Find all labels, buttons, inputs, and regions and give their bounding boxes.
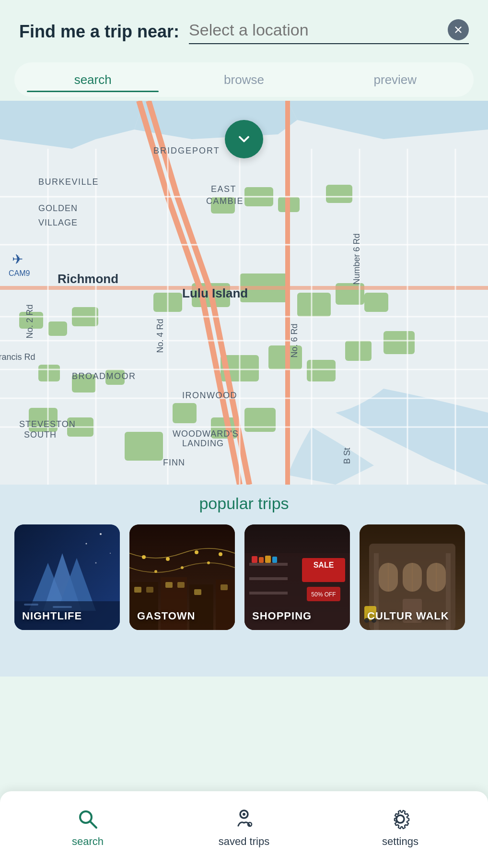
tabs-bar: search browse preview: [14, 62, 474, 97]
svg-text:Richmond: Richmond: [58, 272, 118, 286]
clear-button[interactable]: [448, 19, 469, 40]
svg-text:BURKEVILLE: BURKEVILLE: [38, 177, 99, 187]
svg-point-75: [100, 533, 102, 535]
svg-text:BROADMOOR: BROADMOOR: [72, 371, 136, 381]
nav-label-search: search: [72, 835, 104, 848]
settings-icon: [388, 807, 413, 832]
svg-line-125: [90, 821, 96, 828]
svg-rect-92: [146, 587, 153, 593]
svg-rect-95: [194, 589, 201, 595]
svg-text:VILLAGE: VILLAGE: [38, 218, 78, 227]
svg-rect-29: [326, 185, 352, 203]
svg-rect-19: [383, 331, 415, 354]
svg-rect-104: [265, 556, 271, 563]
saved-trips-icon: [232, 807, 256, 832]
tab-search[interactable]: search: [17, 65, 168, 94]
svg-text:B St: B St: [342, 448, 352, 464]
tab-browse[interactable]: browse: [168, 65, 319, 94]
svg-rect-12: [38, 365, 60, 381]
svg-rect-22: [125, 432, 163, 461]
svg-point-127: [243, 813, 245, 816]
trip-card-gastown[interactable]: GASTOWN: [129, 524, 235, 630]
svg-text:No. 2 Rd: No. 2 Rd: [25, 304, 35, 338]
svg-rect-6: [297, 293, 331, 317]
svg-point-86: [207, 561, 210, 564]
svg-rect-23: [173, 403, 197, 423]
svg-text:SOUTH: SOUTH: [24, 430, 57, 440]
svg-text:IRONWOOD: IRONWOOD: [182, 391, 237, 400]
svg-point-81: [166, 557, 170, 561]
svg-rect-91: [134, 587, 141, 593]
svg-point-76: [86, 543, 87, 545]
svg-point-82: [195, 550, 198, 554]
svg-point-129: [396, 815, 404, 823]
trip-card-shopping[interactable]: SALE 50% OFF SHOPPING: [244, 524, 350, 630]
svg-rect-8: [364, 293, 388, 312]
svg-text:No. 6 Rd: No. 6 Rd: [290, 323, 299, 357]
page-title: Find me a trip near:: [19, 22, 179, 42]
svg-rect-94: [177, 582, 185, 588]
svg-rect-87: [129, 582, 158, 630]
svg-point-85: [181, 566, 184, 569]
svg-rect-10: [48, 321, 67, 336]
svg-rect-96: [221, 584, 228, 590]
header: Find me a trip near:: [0, 0, 488, 54]
svg-point-78: [95, 562, 97, 564]
svg-text:EAST: EAST: [211, 184, 236, 194]
svg-rect-93: [165, 582, 173, 588]
svg-text:LANDING: LANDING: [182, 439, 224, 448]
svg-text:Francis Rd: Francis Rd: [0, 352, 35, 362]
nav-item-settings[interactable]: settings: [322, 807, 478, 848]
svg-rect-101: [249, 592, 288, 595]
svg-text:CAM9: CAM9: [9, 269, 30, 277]
popular-section: popular trips: [0, 485, 488, 630]
nav-label-saved-trips: saved trips: [219, 835, 269, 848]
svg-text:SALE: SALE: [314, 561, 334, 569]
nav-item-search[interactable]: search: [10, 807, 166, 848]
svg-rect-73: [24, 604, 38, 606]
trip-card-culture[interactable]: CULTUR WALK: [360, 524, 465, 630]
svg-point-80: [142, 555, 146, 559]
tab-preview[interactable]: preview: [320, 65, 471, 94]
svg-rect-74: [53, 606, 72, 608]
nav-item-saved-trips[interactable]: saved trips: [166, 807, 322, 848]
svg-text:WOODWARD'S: WOODWARD'S: [173, 429, 239, 439]
popular-trips-title: popular trips: [0, 485, 488, 524]
svg-rect-99: [249, 563, 288, 566]
svg-text:Lulu Island: Lulu Island: [182, 286, 248, 300]
svg-rect-100: [249, 577, 288, 580]
svg-text:No. 4 Rd: No. 4 Rd: [155, 319, 165, 353]
nav-label-settings: settings: [382, 835, 418, 848]
trips-scroll[interactable]: NIGHTLIFE: [0, 524, 488, 630]
svg-text:BRIDGEPORT: BRIDGEPORT: [153, 146, 220, 155]
svg-text:✈: ✈: [12, 252, 23, 267]
svg-text:CAMBIE: CAMBIE: [206, 196, 244, 206]
svg-rect-102: [252, 556, 257, 563]
svg-rect-25: [244, 408, 276, 432]
svg-text:GOLDEN: GOLDEN: [38, 203, 78, 213]
svg-point-84: [154, 570, 157, 573]
svg-text:STEVESTON: STEVESTON: [19, 419, 76, 429]
svg-rect-105: [272, 557, 277, 563]
svg-rect-18: [345, 341, 372, 361]
bottom-nav: search saved trips settings: [0, 791, 488, 868]
trip-label-nightlife: NIGHTLIFE: [22, 610, 82, 622]
svg-point-77: [110, 553, 111, 554]
svg-point-83: [219, 552, 222, 556]
collapse-map-button[interactable]: [225, 120, 263, 158]
svg-text:50% OFF: 50% OFF: [311, 591, 336, 598]
svg-text:FINN: FINN: [163, 458, 185, 467]
search-icon: [75, 807, 100, 832]
map-area[interactable]: BRIDGEPORT BURKEVILLE GOLDEN VILLAGE EAS…: [0, 101, 488, 485]
location-input[interactable]: [189, 21, 443, 39]
trip-card-nightlife[interactable]: NIGHTLIFE: [14, 524, 120, 630]
trip-label-culture: CULTUR WALK: [367, 610, 449, 622]
trip-label-shopping: SHOPPING: [252, 610, 312, 622]
svg-rect-103: [259, 557, 264, 563]
svg-text:Number 6 Rd: Number 6 Rd: [352, 233, 361, 285]
location-input-wrap: [189, 19, 469, 44]
trip-label-gastown: GASTOWN: [137, 610, 195, 622]
